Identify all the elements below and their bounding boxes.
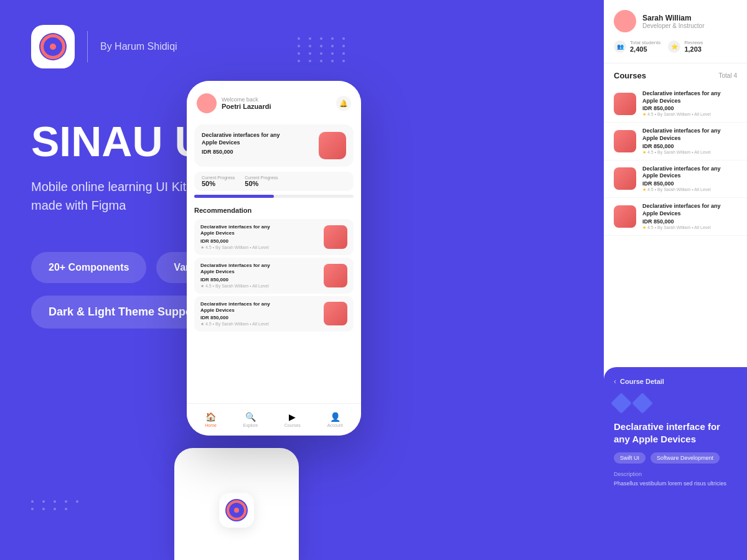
course-thumb-2 <box>614 130 636 152</box>
course-list-item-3[interactable]: Declarative interfaces for any Apple Dev… <box>604 161 747 198</box>
rec-thumb-3 <box>324 302 347 325</box>
course-tag-2: Software Development <box>651 452 720 464</box>
nav-account[interactable]: 👤 Account <box>327 412 342 427</box>
back-arrow-icon[interactable]: ‹ <box>614 377 616 386</box>
course-thumb-1 <box>614 93 636 115</box>
course-thumb-3 <box>614 167 636 190</box>
phone-avatar <box>197 93 217 113</box>
phone-course-thumbnail <box>319 132 346 159</box>
phone-mockup-main: Welcome back Poetri Lazuardi 🔔 Declarati… <box>187 81 361 436</box>
nav-explore[interactable]: 🔍 Explore <box>243 412 258 427</box>
course-list-item-2[interactable]: Declarative interfaces for any Apple Dev… <box>604 123 747 160</box>
phone2-logo <box>219 493 254 528</box>
rec-card-1: Declarative interfaces for any Apple Dev… <box>194 219 354 255</box>
course-detail-title: Declarative interface for any Apple Devi… <box>614 421 737 445</box>
phone-mockup-secondary <box>174 448 299 560</box>
decorative-dots-top <box>298 37 349 62</box>
course-info-2: Declarative interfaces for any Apple Dev… <box>642 128 737 154</box>
rec-card-2: Declarative interfaces for any Apple Dev… <box>194 258 354 294</box>
phone-progress-row: Current Progress 50% Current Progress 50… <box>194 172 354 191</box>
profile-info: Sarah William Developer & Instructor <box>614 10 737 32</box>
profile-card: Sarah William Developer & Instructor 👥 T… <box>604 0 747 63</box>
logo-divider <box>87 31 88 62</box>
profile-avatar <box>614 10 636 32</box>
rec-info-3: Declarative interfaces for any Apple Dev… <box>200 301 281 327</box>
notification-bell[interactable]: 🔔 <box>336 96 351 111</box>
profile-stats: 👥 Total students 2,405 ⭐ Reviews 1,203 <box>614 40 737 53</box>
recommendation-title: Recommendation <box>187 202 361 217</box>
stat-students-info: Total students 2,405 <box>630 40 660 53</box>
diamond-1 <box>611 393 632 414</box>
course-detail-header: ‹ Course Detail <box>614 377 737 386</box>
stat-students: 👥 Total students 2,405 <box>614 40 660 53</box>
diamond-decorations <box>614 396 737 411</box>
course-info-4: Declarative interfaces for any Apple Dev… <box>642 203 737 230</box>
stat-reviews: ⭐ Reviews 1,203 <box>668 40 703 53</box>
phone-header: Welcome back Poetri Lazuardi 🔔 <box>187 81 361 119</box>
right-panel: Sarah William Developer & Instructor 👥 T… <box>604 0 747 560</box>
progress-bar-fill <box>194 195 274 198</box>
stat-reviews-info: Reviews 1,203 <box>684 40 703 53</box>
decorative-arc <box>280 448 299 523</box>
progress-item-left: Current Progress 50% <box>202 175 235 187</box>
students-icon: 👥 <box>614 40 626 53</box>
course-tag-1: Swift UI <box>614 452 646 464</box>
course-list-item-4[interactable]: Declarative interfaces for any Apple Dev… <box>604 198 747 235</box>
phone2-logo-inner <box>225 499 248 521</box>
phone-bottom-nav: 🏠 Home 🔍 Explore ▶ Courses 👤 Account <box>187 403 361 436</box>
logo-icon-inner <box>39 33 67 60</box>
profile-text: Sarah William Developer & Instructor <box>642 14 705 29</box>
course-list-item-1[interactable]: Declarative interfaces for any Apple Dev… <box>604 85 747 123</box>
progress-bar <box>194 195 354 198</box>
badge-components: 20+ Components <box>31 252 146 283</box>
course-detail-card: ‹ Course Detail Declarative interface fo… <box>604 367 747 560</box>
reviews-icon: ⭐ <box>668 40 680 53</box>
rec-thumb-1 <box>324 225 347 249</box>
nav-home[interactable]: 🏠 Home <box>205 412 217 427</box>
decorative-dots-bottom <box>31 500 82 510</box>
diamond-2 <box>632 393 653 414</box>
rec-info-2: Declarative interfaces for any Apple Dev… <box>200 263 281 289</box>
phone-user-details: Welcome back Poetri Lazuardi <box>222 96 271 110</box>
course-info-1: Declarative interfaces for any Apple Dev… <box>642 90 737 117</box>
app-logo <box>31 25 75 68</box>
phone-user-info: Welcome back Poetri Lazuardi <box>197 93 271 113</box>
rec-thumb-2 <box>324 264 347 287</box>
phone-course-info: Declarative interfaces for any Apple Dev… <box>202 132 289 155</box>
description-text: Phasellus vestibulum lorem sed risus ult… <box>614 480 737 488</box>
nav-courses[interactable]: ▶ Courses <box>284 412 301 427</box>
course-info-3: Declarative interfaces for any Apple Dev… <box>642 166 737 192</box>
progress-item-right: Current Progress 50% <box>245 175 278 187</box>
course-tags: Swift UI Software Development <box>614 452 737 464</box>
description-label: Description <box>614 471 737 477</box>
course-thumb-4 <box>614 205 636 228</box>
rec-info-1: Declarative interfaces for any Apple Dev… <box>200 224 281 250</box>
author-text: By Harum Shidiqi <box>100 41 177 52</box>
rec-card-3: Declarative interfaces for any Apple Dev… <box>194 296 354 332</box>
phone-featured-course: Declarative interfaces for any Apple Dev… <box>194 124 354 167</box>
courses-header: Courses Total 4 <box>604 63 747 85</box>
